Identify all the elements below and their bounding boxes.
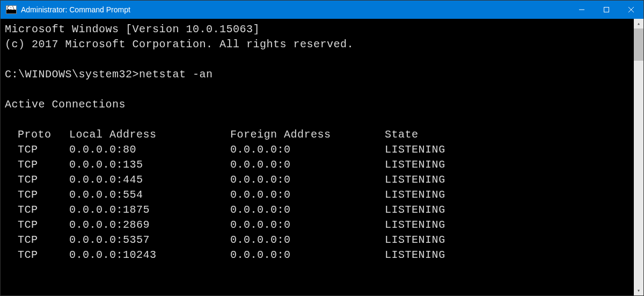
cell-state: LISTENING <box>385 187 445 203</box>
cell-local: 0.0.0.0:1875 <box>69 203 230 218</box>
cell-local: 0.0.0.0:5357 <box>69 233 230 248</box>
cell-local: 0.0.0.0:10243 <box>69 248 230 263</box>
cell-local: 0.0.0.0:80 <box>69 142 230 157</box>
version-line: Microsoft Windows [Version 10.0.15063] <box>5 23 260 35</box>
prompt: C:\WINDOWS\system32> <box>5 68 139 81</box>
cell-state: LISTENING <box>385 203 445 218</box>
cell-proto: TCP <box>18 203 69 218</box>
cell-local: 0.0.0.0:135 <box>69 157 230 172</box>
cell-state: LISTENING <box>385 248 445 263</box>
cell-proto: TCP <box>18 172 69 187</box>
terminal-output[interactable]: Microsoft Windows [Version 10.0.15063] (… <box>1 19 634 295</box>
cell-state: LISTENING <box>385 142 445 157</box>
maximize-button[interactable] <box>594 1 619 19</box>
header-proto: Proto <box>18 127 69 142</box>
cell-local: 0.0.0.0:445 <box>69 172 230 187</box>
close-button[interactable] <box>619 1 643 19</box>
scroll-track[interactable] <box>634 28 643 286</box>
cell-proto: TCP <box>18 233 69 248</box>
cell-state: LISTENING <box>385 157 445 172</box>
vertical-scrollbar[interactable]: ▴ ▾ <box>634 19 643 295</box>
cell-state: LISTENING <box>385 172 445 187</box>
cell-foreign: 0.0.0.0:0 <box>230 203 385 218</box>
cell-foreign: 0.0.0.0:0 <box>230 187 385 203</box>
cell-proto: TCP <box>18 218 69 233</box>
minimize-icon <box>579 6 585 13</box>
scroll-down-arrow-icon[interactable]: ▾ <box>634 286 643 295</box>
cell-foreign: 0.0.0.0:0 <box>230 248 385 263</box>
app-icon <box>6 5 17 14</box>
cell-proto: TCP <box>18 142 69 157</box>
window-title: Administrator: Command Prompt <box>21 5 130 14</box>
window-titlebar[interactable]: Administrator: Command Prompt <box>1 1 643 19</box>
cell-foreign: 0.0.0.0:0 <box>230 172 385 187</box>
cell-foreign: 0.0.0.0:0 <box>230 233 385 248</box>
cell-local: 0.0.0.0:2869 <box>69 218 230 233</box>
header-state: State <box>385 127 419 142</box>
section-header: Active Connections <box>5 98 126 111</box>
cell-foreign: 0.0.0.0:0 <box>230 142 385 157</box>
header-foreign: Foreign Address <box>230 127 385 142</box>
svg-rect-1 <box>604 8 609 12</box>
cell-proto: TCP <box>18 248 69 263</box>
maximize-icon <box>603 6 610 13</box>
scroll-thumb[interactable] <box>634 28 643 61</box>
command-text: netstat -an <box>139 68 213 81</box>
cell-proto: TCP <box>18 157 69 172</box>
header-local: Local Address <box>69 127 230 142</box>
cell-local: 0.0.0.0:554 <box>69 187 230 203</box>
minimize-button[interactable] <box>569 1 594 19</box>
close-icon <box>627 6 635 13</box>
copyright-line: (c) 2017 Microsoft Corporation. All righ… <box>5 38 354 50</box>
cell-foreign: 0.0.0.0:0 <box>230 157 385 172</box>
scroll-up-arrow-icon[interactable]: ▴ <box>634 19 643 28</box>
cell-state: LISTENING <box>385 218 445 233</box>
cell-foreign: 0.0.0.0:0 <box>230 218 385 233</box>
cell-proto: TCP <box>18 187 69 203</box>
cell-state: LISTENING <box>385 233 445 248</box>
